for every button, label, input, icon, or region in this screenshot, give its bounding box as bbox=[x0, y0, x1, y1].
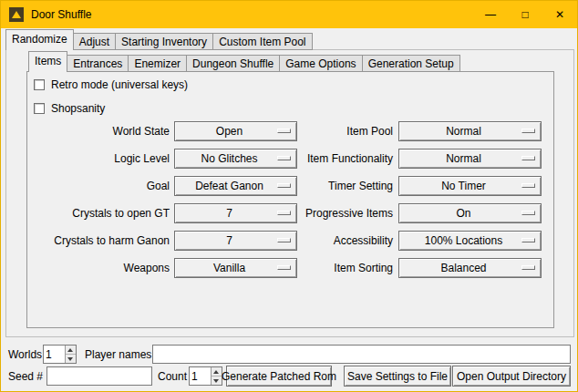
weapons-value: Vanilla bbox=[213, 262, 258, 274]
count-spin-buttons bbox=[211, 367, 222, 385]
items-pane bbox=[26, 71, 554, 328]
retro-mode-row: Retro mode (universal keys) bbox=[34, 78, 188, 91]
item-pool-label: Item Pool bbox=[282, 121, 393, 141]
shopsanity-row: Shopsanity bbox=[34, 102, 105, 115]
item-sorting-value: Balanced bbox=[440, 262, 499, 274]
crystals-gt-dropdown[interactable]: 7 bbox=[174, 203, 297, 223]
player-names-label: Player names bbox=[85, 346, 151, 364]
crystals-ganon-value: 7 bbox=[226, 234, 245, 247]
accessibility-label: Accessibility bbox=[282, 231, 393, 251]
item-pool-dropdown[interactable]: Normal bbox=[398, 121, 542, 141]
close-button[interactable]: ✕ bbox=[542, 1, 577, 28]
worlds-spin-buttons bbox=[65, 346, 76, 363]
dropdown-indicator-icon bbox=[521, 265, 535, 270]
dropdown-indicator-icon bbox=[521, 183, 535, 188]
tab-adjust[interactable]: Adjust bbox=[73, 33, 116, 50]
tab-starting-inventory[interactable]: Starting Inventory bbox=[115, 33, 213, 50]
window-controls: — □ ✕ bbox=[473, 1, 577, 28]
timer-setting-label: Timer Setting bbox=[282, 176, 393, 196]
count-spinbox-input[interactable] bbox=[190, 367, 211, 385]
weapons-label: Weapons bbox=[19, 258, 170, 278]
item-pool-value: Normal bbox=[446, 125, 494, 138]
generate-patched-rom-button[interactable]: Generate Patched Rom bbox=[226, 366, 332, 387]
dropdown-indicator-icon bbox=[521, 156, 535, 160]
open-output-directory-button[interactable]: Open Output Directory bbox=[452, 366, 571, 387]
dropdown-indicator-icon bbox=[521, 211, 535, 215]
crystals-ganon-label: Crystals to harm Ganon bbox=[19, 231, 170, 251]
worlds-label: Worlds bbox=[8, 346, 42, 364]
tab-randomize[interactable]: Randomize bbox=[5, 29, 74, 50]
count-label: Count bbox=[158, 367, 187, 386]
goal-value: Defeat Ganon bbox=[195, 180, 276, 192]
item-functionality-label: Item Functionality bbox=[282, 149, 393, 169]
tab-custom-item-pool[interactable]: Custom Item Pool bbox=[212, 33, 312, 50]
count-spinbox bbox=[189, 366, 222, 386]
crystals-gt-value: 7 bbox=[226, 207, 245, 220]
item-sorting-label: Item Sorting bbox=[282, 258, 393, 278]
seed-label: Seed # bbox=[8, 367, 43, 386]
world-state-dropdown[interactable]: Open bbox=[174, 121, 297, 141]
goal-label: Goal bbox=[19, 176, 170, 196]
dropdown-indicator-icon bbox=[521, 129, 535, 133]
world-state-label: World State bbox=[19, 121, 170, 141]
sub-tab-bar: Items Entrances Enemizer Dungeon Shuffle… bbox=[28, 52, 459, 72]
window-title: Door Shuffle bbox=[31, 8, 92, 21]
minimize-button[interactable]: — bbox=[473, 1, 508, 28]
crystals-gt-label: Crystals to open GT bbox=[19, 203, 170, 223]
worlds-spin-up-button[interactable] bbox=[66, 346, 76, 355]
subtab-entrances[interactable]: Entrances bbox=[67, 55, 129, 72]
seed-input[interactable] bbox=[46, 366, 152, 386]
retro-mode-checkbox[interactable] bbox=[34, 79, 45, 90]
subtab-generation-setup[interactable]: Generation Setup bbox=[362, 55, 460, 72]
timer-setting-dropdown[interactable]: No Timer bbox=[398, 176, 542, 196]
maximize-button[interactable]: □ bbox=[508, 1, 542, 28]
maximize-icon: □ bbox=[521, 8, 528, 21]
goal-dropdown[interactable]: Defeat Ganon bbox=[174, 176, 297, 196]
logic-level-dropdown[interactable]: No Glitches bbox=[174, 149, 297, 169]
titlebar: Door Shuffle — □ ✕ bbox=[1, 1, 577, 28]
item-functionality-value: Normal bbox=[446, 152, 494, 165]
timer-setting-value: No Timer bbox=[441, 180, 499, 192]
count-spin-down-button[interactable] bbox=[212, 377, 222, 385]
dropdown-indicator-icon bbox=[521, 238, 535, 242]
shopsanity-checkbox[interactable] bbox=[34, 103, 45, 114]
accessibility-dropdown[interactable]: 100% Locations bbox=[398, 231, 542, 251]
close-icon: ✕ bbox=[555, 8, 564, 21]
logic-level-value: No Glitches bbox=[201, 152, 270, 165]
main-tab-bar: Randomize Adjust Starting Inventory Cust… bbox=[5, 30, 312, 50]
item-sorting-dropdown[interactable]: Balanced bbox=[398, 258, 542, 278]
crystals-ganon-dropdown[interactable]: 7 bbox=[174, 231, 297, 251]
subtab-game-options[interactable]: Game Options bbox=[279, 55, 362, 72]
progressive-items-label: Progressive Items bbox=[282, 203, 393, 223]
progressive-items-value: On bbox=[456, 207, 483, 220]
logic-level-label: Logic Level bbox=[19, 149, 170, 169]
app-icon bbox=[9, 7, 24, 22]
accessibility-value: 100% Locations bbox=[425, 234, 515, 247]
minimize-icon: — bbox=[485, 8, 496, 21]
save-settings-button[interactable]: Save Settings to File bbox=[344, 366, 451, 387]
count-spin-up-button[interactable] bbox=[212, 367, 222, 377]
weapons-dropdown[interactable]: Vanilla bbox=[174, 258, 297, 278]
subtab-items[interactable]: Items bbox=[28, 51, 67, 72]
subtab-enemizer[interactable]: Enemizer bbox=[128, 55, 187, 72]
subtab-dungeon-shuffle[interactable]: Dungeon Shuffle bbox=[186, 55, 280, 72]
item-functionality-dropdown[interactable]: Normal bbox=[398, 149, 542, 169]
app-window: Door Shuffle — □ ✕ Randomize Adjust Star… bbox=[0, 0, 578, 392]
progressive-items-dropdown[interactable]: On bbox=[398, 203, 542, 223]
shopsanity-label: Shopsanity bbox=[51, 102, 105, 115]
world-state-value: Open bbox=[216, 125, 255, 138]
retro-mode-label: Retro mode (universal keys) bbox=[51, 78, 188, 91]
player-names-input[interactable] bbox=[152, 345, 571, 364]
worlds-spinbox-input[interactable] bbox=[44, 346, 65, 363]
worlds-spin-down-button[interactable] bbox=[66, 355, 76, 363]
worlds-spinbox bbox=[43, 345, 77, 364]
